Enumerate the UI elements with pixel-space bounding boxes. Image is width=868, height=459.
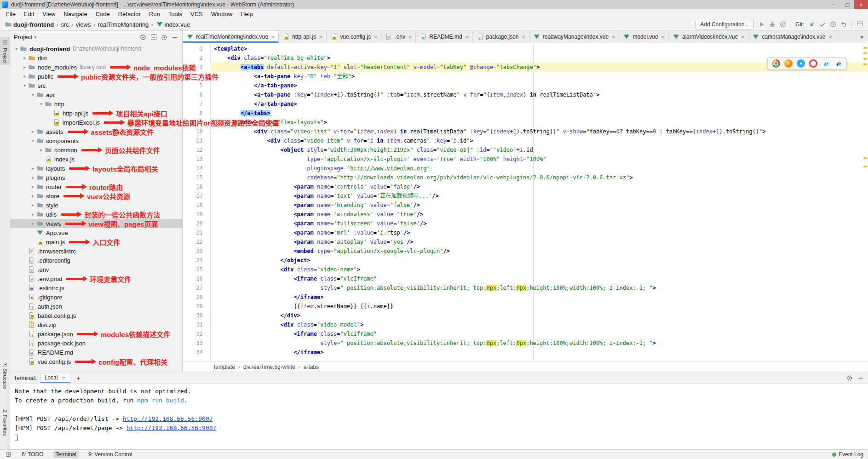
git-history-icon[interactable]: [829, 21, 837, 28]
tree-item[interactable]: JSindex.js: [10, 155, 182, 164]
close-icon[interactable]: ×: [465, 34, 469, 40]
code-line[interactable]: 10 <div class="video-list" v-for="(item,…: [183, 127, 868, 136]
code-line[interactable]: 25 <div class="video-name">: [183, 265, 868, 274]
code-line[interactable]: 6 <a-tab-pane :key="(index+1).toString()…: [183, 90, 868, 99]
editor-breadcrumb-item[interactable]: a-tabs: [304, 364, 319, 370]
code-line[interactable]: 19 <param name='windowless' value='true'…: [183, 210, 868, 219]
chevron-right-icon[interactable]: ▸: [29, 194, 36, 198]
tree-item[interactable]: ▸style: [10, 201, 182, 210]
editor-tab[interactable]: JShttp-api.js×: [279, 31, 327, 43]
code-line[interactable]: 15 codebase="http://downloads.videolan.o…: [183, 173, 868, 182]
breadcrumb-item[interactable]: duoji-frontend: [5, 21, 54, 28]
tree-item[interactable]: ▾duoji-frontendD:\zheheWeb\duoji-fronten…: [10, 44, 182, 53]
close-icon[interactable]: ×: [522, 34, 526, 40]
breadcrumb-item[interactable]: index.vue: [156, 21, 190, 28]
tree-item[interactable]: JSimportExcel.js暴露环境变量地址给图片or视频资源路径全局变量: [10, 118, 182, 127]
terminal-output[interactable]: Note that the development build is not o…: [10, 384, 868, 449]
git-rollback-icon[interactable]: [840, 21, 847, 28]
scrollbar-mark[interactable]: [863, 58, 867, 60]
close-icon[interactable]: ×: [61, 375, 65, 381]
tree-item[interactable]: ▸viewsview视图、pages页面: [10, 219, 182, 228]
hide-icon[interactable]: [171, 34, 178, 41]
tree-item[interactable]: JSbabel.config.js: [10, 311, 182, 320]
project-panel-title[interactable]: Project: [14, 34, 32, 40]
prohibit-icon[interactable]: [779, 21, 787, 28]
tree-item[interactable]: ▸storevuex公共资源: [10, 191, 182, 201]
collapse-icon[interactable]: [150, 34, 157, 41]
opera-icon[interactable]: [809, 59, 817, 68]
breadcrumb-item[interactable]: src: [61, 21, 69, 28]
run-icon[interactable]: [758, 21, 765, 28]
tree-item[interactable]: dist.zip: [10, 320, 182, 329]
scrollbar-mark[interactable]: [863, 63, 867, 65]
code-line[interactable]: 29 {{item.streetName}} {{i.name}}: [183, 302, 868, 311]
code-line[interactable]: 12 <object style="width:390px;height:219…: [183, 145, 868, 155]
code-line[interactable]: 21 <param name='mrl' :value='i.rtsp'/>: [183, 228, 868, 237]
code-line[interactable]: 20 <param name='fullscreen' value='false…: [183, 219, 868, 228]
code-line[interactable]: 30 </div>: [183, 311, 868, 320]
tree-item[interactable]: ▸routerrouter路由: [10, 182, 182, 191]
editor-breadcrumb-item[interactable]: template: [214, 364, 235, 370]
chevron-right-icon[interactable]: ▸: [29, 212, 36, 217]
editor-breadcrumb-item[interactable]: div.realTime.bg-white: [243, 364, 295, 370]
editor-tab[interactable]: {}package.json×: [473, 31, 529, 43]
chevron-down-icon[interactable]: ▾: [29, 138, 36, 143]
menu-vcs[interactable]: VCS: [186, 11, 207, 17]
tree-item[interactable]: ▾components: [10, 136, 182, 145]
menu-tools[interactable]: Tools: [164, 11, 186, 17]
chevron-down-icon[interactable]: ▾: [21, 83, 28, 88]
close-icon[interactable]: ×: [854, 0, 868, 9]
code-line[interactable]: 18 <param name='branding' value='false'/…: [183, 201, 868, 210]
code-line[interactable]: 2 <div class="realTime bg-white">: [183, 53, 868, 63]
code-line[interactable]: 22 <param name='autoplay' value='yes'/>: [183, 237, 868, 247]
code-line[interactable]: 14 pluginspage="http://www.videolan.org": [183, 164, 868, 173]
tool-window-switcher-icon[interactable]: [6, 452, 11, 458]
add-configuration-button[interactable]: Add Configuration...: [695, 20, 754, 29]
breadcrumb-item[interactable]: realTimeMonitoring: [98, 21, 149, 28]
menu-view[interactable]: View: [38, 11, 59, 17]
chevron-right-icon[interactable]: ▸: [21, 74, 28, 79]
code-line[interactable]: 9 <div class="flex-layouts">: [183, 118, 868, 127]
editor-tab[interactable]: realTimeMonitoring\index.vue×: [183, 31, 279, 43]
settings-icon[interactable]: [846, 374, 853, 382]
code-line[interactable]: 5 </a-tab-pane>: [183, 81, 868, 90]
chevron-right-icon[interactable]: ▸: [21, 65, 28, 69]
tree-item[interactable]: .gitignore: [10, 293, 182, 302]
chevron-right-icon[interactable]: ▸: [29, 166, 36, 171]
editor-tab[interactable]: .env×: [381, 31, 416, 43]
code-line[interactable]: 24 </object>: [183, 256, 868, 265]
code-line[interactable]: 26 <iframe class="vlcIframe": [183, 274, 868, 283]
tool-button-favorites[interactable]: 2: Favorites: [0, 408, 10, 437]
tree-item[interactable]: {}package.jsonmodules依赖描述文件: [10, 329, 182, 339]
chevron-down-icon[interactable]: ▾: [34, 35, 36, 40]
tree-item[interactable]: JShttp-api.js项目相关api接口: [10, 109, 182, 118]
scrollbar-mark[interactable]: [863, 157, 867, 159]
tree-item[interactable]: ▸publicpublic资源文件夹，一般放引用的第三方插件: [10, 72, 182, 81]
tool-button-structure[interactable]: 7: Structure: [0, 361, 10, 390]
chevron-right-icon[interactable]: ▸: [29, 184, 36, 189]
tree-item[interactable]: JSmain.js入口文件: [10, 237, 182, 247]
code-line[interactable]: 23 <embed type="application/x-google-vlc…: [183, 247, 868, 256]
code-line[interactable]: 32 <iframe class="vlcIframe": [183, 329, 868, 339]
breadcrumb-item[interactable]: views: [76, 21, 91, 28]
close-icon[interactable]: ×: [319, 34, 323, 40]
chevron-down-icon[interactable]: ▾: [13, 46, 20, 51]
menu-navigate[interactable]: Navigate: [59, 11, 91, 17]
tree-item[interactable]: ▸layoutslayouts全局布局相关: [10, 164, 182, 173]
status-item-9-version-control[interactable]: 9: Version Control: [86, 451, 134, 458]
code-line[interactable]: 11 <div class="video-item" v-for="i in i…: [183, 136, 868, 145]
menu-file[interactable]: File: [2, 11, 20, 17]
tree-item[interactable]: .env.prod环境变量文件: [10, 274, 182, 283]
tab-list-dropdown-icon[interactable]: ▾: [860, 31, 868, 43]
tree-item[interactable]: .browserslistrc: [10, 247, 182, 256]
menu-refactor[interactable]: Refactor: [114, 11, 145, 17]
chevron-right-icon[interactable]: ▸: [21, 56, 28, 60]
minimize-icon[interactable]: ─: [827, 0, 840, 9]
tree-item[interactable]: {}auth.json: [10, 302, 182, 311]
menu-help[interactable]: Help: [236, 11, 257, 17]
chevron-right-icon[interactable]: ▸: [29, 221, 36, 226]
code-line[interactable]: 8 </a-tabs>: [183, 109, 868, 118]
tree-item[interactable]: ▾src: [10, 81, 182, 90]
chevron-right-icon[interactable]: ▸: [38, 148, 45, 152]
menu-run[interactable]: Run: [145, 11, 164, 17]
